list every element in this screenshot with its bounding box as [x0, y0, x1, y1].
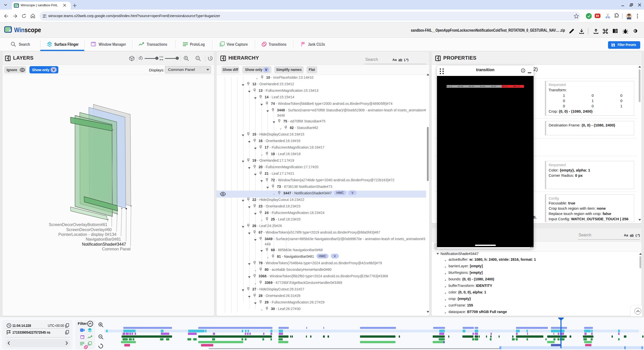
svg-text:ScreenDecorOverlay#60: ScreenDecorOverlay#60: [66, 227, 112, 232]
svg-text:Common Panel: Common Panel: [102, 247, 131, 251]
svg-text:NotificationShade#3447: NotificationShade#3447: [82, 242, 126, 246]
svg-text:ScreenDecorOverlayBottom#61: ScreenDecorOverlayBottom#61: [49, 222, 107, 227]
svg-text:PointerLocation - display 0#13: PointerLocation - display 0#134: [58, 232, 116, 237]
svg-text:NavigationBar0#81: NavigationBar0#81: [86, 237, 121, 241]
